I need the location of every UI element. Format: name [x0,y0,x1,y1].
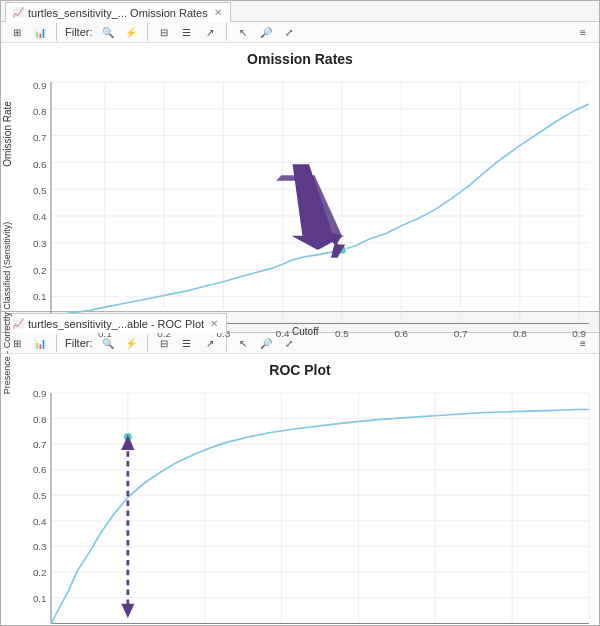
svg-text:0.4: 0.4 [33,516,47,527]
svg-text:0.8: 0.8 [513,328,527,339]
svg-marker-79 [121,604,134,618]
roc-grid-v [128,393,589,624]
roc-tab-icon: 📈 [12,318,24,329]
toolbar-sep-3 [226,23,227,41]
svg-text:0.4: 0.4 [276,328,290,339]
filter-label-top: Filter: [65,26,93,38]
omission-x-axis-label: Cutoff [292,326,319,337]
y-axis-labels: 0.1 0.2 0.3 0.4 0.5 0.6 0.7 0.8 0.9 [33,80,47,303]
roc-y-axis-label: Presence - Correctly Classified (Sensiti… [2,208,12,408]
table-view-btn[interactable]: ⊞ [7,22,27,42]
svg-text:0.7: 0.7 [454,328,468,339]
roc-plot-chart-area: ROC Plot [1,354,599,626]
svg-text:0.6: 0.6 [33,159,47,170]
svg-text:0.5: 0.5 [33,490,47,501]
roc-grid-h [51,393,589,623]
svg-text:0.6: 0.6 [394,328,408,339]
top-toolbar: ⊞ 📊 Filter: 🔍 ⚡ ⊟ ☰ ↗ ↖ 🔎 ⤢ ≡ [1,22,599,43]
omission-y-axis-label: Omission Rate [2,101,13,167]
roc-curve [51,409,589,623]
bottom-tab-label: turtles_sensitivity_...able - ROC Plot [28,318,204,330]
columns-btn[interactable]: ☰ [177,22,197,42]
roc-y-labels: 0.1 0.2 0.3 0.4 0.5 0.6 0.7 0.8 0.9 [33,388,47,603]
zoom-btn[interactable]: 🔎 [256,22,276,42]
svg-text:0.4: 0.4 [33,211,47,222]
svg-text:0.7: 0.7 [33,132,47,143]
svg-text:0.1: 0.1 [33,593,47,604]
omission-rates-panel: 📈 turtles_sensitivity_... Omission Rates… [0,0,600,312]
svg-text:0.5: 0.5 [335,328,349,339]
svg-text:0.8: 0.8 [33,414,47,425]
svg-text:0.2: 0.2 [33,265,47,276]
top-tab-close[interactable]: ✕ [214,7,222,18]
svg-text:0.9: 0.9 [33,388,47,399]
extent-btn[interactable]: ⤢ [279,22,299,42]
roc-plot-svg: 0.1 0.2 0.3 0.4 0.5 0.6 0.7 0.8 0.9 0 0.… [51,382,589,626]
toolbar-sep-2 [147,23,148,41]
omission-rates-chart-area: Omission Rates [1,43,599,345]
omission-rates-tab[interactable]: 📈 turtles_sensitivity_... Omission Rates… [5,2,231,22]
roc-plot-tab[interactable]: 📈 turtles_sensitivity_...able - ROC Plot… [5,313,227,333]
toolbar-sep-1 [56,23,57,41]
svg-text:0.2: 0.2 [33,567,47,578]
omission-rates-title: Omission Rates [11,51,589,67]
svg-text:0.5: 0.5 [33,185,47,196]
chart-tab-icon: 📈 [12,7,24,18]
svg-text:0.7: 0.7 [33,439,47,450]
chart-view-btn[interactable]: 📊 [30,22,50,42]
filter-btn-1[interactable]: 🔍 [98,22,118,42]
roc-plot-panel: 📈 turtles_sensitivity_...able - ROC Plot… [0,312,600,626]
grid-lines-y [105,82,579,324]
svg-text:0.8: 0.8 [33,106,47,117]
top-tab-bar: 📈 turtles_sensitivity_... Omission Rates… [1,1,599,22]
svg-text:0.6: 0.6 [33,464,47,475]
roc-plot-title: ROC Plot [11,362,589,378]
export-btn[interactable]: ↗ [200,22,220,42]
omission-arrow-2 [291,164,344,250]
svg-text:0.9: 0.9 [33,80,47,91]
grid-btn[interactable]: ⊟ [154,22,174,42]
filter-btn-2[interactable]: ⚡ [121,22,141,42]
cursor-btn[interactable]: ↖ [233,22,253,42]
svg-text:0.3: 0.3 [33,238,47,249]
bottom-tab-close[interactable]: ✕ [210,318,218,329]
svg-text:0.9: 0.9 [572,328,586,339]
omission-rates-svg: 0.1 0.2 0.3 0.4 0.5 0.6 0.7 0.8 0.9 0.1 … [51,71,589,335]
menu-btn-top[interactable]: ≡ [573,22,593,42]
svg-text:0.3: 0.3 [33,541,47,552]
top-tab-label: turtles_sensitivity_... Omission Rates [28,7,208,19]
svg-text:0.1: 0.1 [33,291,47,302]
